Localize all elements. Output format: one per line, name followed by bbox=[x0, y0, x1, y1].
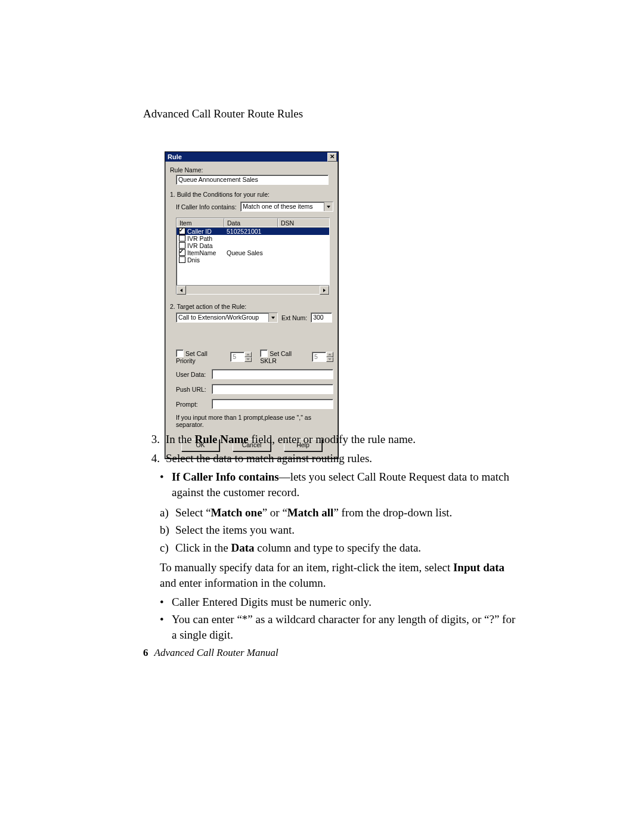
chevron-down-icon[interactable] bbox=[324, 202, 333, 211]
table-row[interactable]: ItemNameQueue Sales bbox=[177, 249, 329, 256]
prompt-hint: If you input more than 1 prompt,please u… bbox=[176, 414, 333, 428]
section2-label: 2. Target action of the Rule: bbox=[170, 303, 333, 310]
user-data-label: User Data: bbox=[176, 371, 212, 378]
bullet-icon: • bbox=[160, 594, 172, 610]
extnum-input[interactable]: 300 bbox=[311, 312, 332, 323]
page-footer: 6Advanced Call Router Manual bbox=[143, 647, 278, 659]
data-cell[interactable]: Queue Sales bbox=[224, 249, 278, 256]
table-row[interactable]: IVR Path bbox=[177, 235, 329, 242]
inner-bullet-1: Caller Entered Digits must be numeric on… bbox=[172, 594, 371, 610]
spin-up-icon[interactable] bbox=[244, 352, 252, 357]
titlebar-text: Rule bbox=[168, 153, 182, 160]
col-data[interactable]: Data bbox=[224, 218, 278, 227]
dsn-cell[interactable] bbox=[278, 235, 329, 242]
data-cell[interactable] bbox=[224, 242, 278, 249]
scroll-left-icon[interactable] bbox=[177, 286, 186, 295]
checkbox-icon[interactable] bbox=[179, 228, 185, 234]
step-number: 4. bbox=[143, 451, 166, 466]
if-caller-info-bullet: If Caller Info contains—lets you select … bbox=[172, 469, 519, 500]
match-dropdown-value: Match one of these items bbox=[243, 203, 312, 210]
checkbox-icon[interactable] bbox=[176, 349, 184, 357]
if-caller-label: If Caller Info contains: bbox=[176, 203, 240, 210]
sub-letter: a) bbox=[160, 505, 175, 521]
table-row[interactable]: Dnis bbox=[177, 256, 329, 264]
sub-a-text: Select “Match one” or “Match all” from t… bbox=[175, 505, 452, 521]
titlebar: Rule ✕ bbox=[165, 152, 338, 162]
section1-label: 1. Build the Conditions for your rule: bbox=[170, 191, 333, 198]
spin-up-icon[interactable] bbox=[326, 352, 333, 357]
spin-down-icon[interactable] bbox=[326, 357, 333, 363]
dsn-cell[interactable] bbox=[278, 256, 329, 264]
dsn-cell[interactable] bbox=[278, 228, 329, 235]
priority-spinner[interactable]: 5 bbox=[230, 352, 252, 362]
step4-text: Select the data to match against routing… bbox=[166, 451, 519, 466]
conditions-listview[interactable]: Item Data DSN Caller ID5102521001IVR Pat… bbox=[176, 218, 330, 295]
step3-text: In the Rule Name field, enter or modify … bbox=[166, 432, 519, 447]
sklr-value: 5 bbox=[312, 352, 326, 362]
footer-title: Advanced Call Router Manual bbox=[154, 647, 278, 658]
set-sklr-option[interactable]: Set Call SKLR bbox=[260, 349, 304, 364]
checkbox-icon[interactable] bbox=[179, 249, 185, 256]
chevron-down-icon[interactable] bbox=[268, 313, 277, 322]
sub-letter: c) bbox=[160, 540, 175, 556]
step-number: 3. bbox=[143, 432, 166, 447]
checkbox-icon[interactable] bbox=[179, 256, 185, 263]
table-row[interactable]: Caller ID5102521001 bbox=[177, 228, 329, 235]
target-action-dropdown[interactable]: Call to Extension/WorkGroup bbox=[176, 312, 278, 323]
page-header: Advanced Call Router Route Rules bbox=[143, 107, 303, 120]
data-cell[interactable] bbox=[224, 235, 278, 242]
checkbox-icon[interactable] bbox=[179, 235, 185, 241]
target-action-value: Call to Extension/WorkGroup bbox=[178, 314, 259, 321]
col-item[interactable]: Item bbox=[177, 218, 224, 227]
dsn-cell[interactable] bbox=[278, 242, 329, 249]
extnum-label: Ext Num: bbox=[281, 314, 307, 321]
rule-dialog: Rule ✕ Rule Name: Queue Announcement Sal… bbox=[165, 151, 339, 459]
set-priority-option[interactable]: Set Call Priority bbox=[176, 349, 222, 364]
instruction-text: 3. In the Rule Name field, enter or modi… bbox=[143, 432, 519, 645]
page-number: 6 bbox=[143, 647, 148, 658]
data-cell[interactable]: 5102521001 bbox=[224, 228, 278, 235]
close-icon[interactable]: ✕ bbox=[327, 153, 337, 162]
col-dsn[interactable]: DSN bbox=[278, 218, 329, 227]
item-cell: Caller ID bbox=[187, 228, 212, 235]
item-cell: ItemName bbox=[187, 249, 216, 256]
scroll-right-icon[interactable] bbox=[320, 286, 329, 295]
table-row[interactable]: IVR Data bbox=[177, 242, 329, 249]
bullet-icon: • bbox=[160, 612, 172, 642]
manual-specify-para: To manually specify data for an item, ri… bbox=[160, 560, 519, 590]
sklr-spinner[interactable]: 5 bbox=[312, 352, 333, 362]
push-url-label: Push URL: bbox=[176, 386, 212, 393]
data-cell[interactable] bbox=[224, 256, 278, 264]
sub-c-text: Click in the Data column and type to spe… bbox=[175, 540, 421, 556]
match-dropdown[interactable]: Match one of these items bbox=[240, 202, 333, 212]
prompt-input[interactable] bbox=[212, 399, 333, 409]
dsn-cell[interactable] bbox=[278, 249, 329, 256]
rule-name-input[interactable]: Queue Announcement Sales bbox=[176, 175, 329, 185]
item-cell: Dnis bbox=[187, 256, 200, 264]
horizontal-scrollbar[interactable] bbox=[177, 285, 329, 294]
priority-value: 5 bbox=[230, 352, 244, 362]
spin-down-icon[interactable] bbox=[244, 357, 252, 363]
inner-bullet-2: You can enter “*” as a wildcard characte… bbox=[172, 612, 519, 642]
checkbox-icon[interactable] bbox=[179, 242, 185, 249]
rule-name-label: Rule Name: bbox=[170, 166, 333, 174]
sub-letter: b) bbox=[160, 522, 175, 538]
user-data-input[interactable] bbox=[212, 369, 333, 379]
prompt-label: Prompt: bbox=[176, 401, 212, 408]
push-url-input[interactable] bbox=[212, 384, 333, 394]
item-cell: IVR Path bbox=[187, 235, 212, 242]
sub-b-text: Select the items you want. bbox=[175, 522, 295, 538]
item-cell: IVR Data bbox=[187, 242, 213, 249]
checkbox-icon[interactable] bbox=[260, 349, 268, 357]
bullet-icon: • bbox=[160, 469, 172, 500]
listview-header: Item Data DSN bbox=[177, 218, 329, 228]
